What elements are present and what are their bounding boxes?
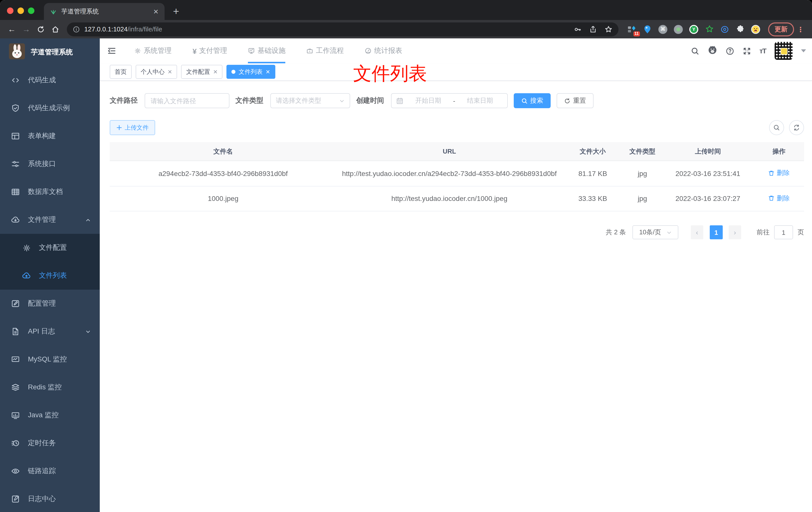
eye-extension-icon[interactable] (720, 25, 729, 34)
delete-button[interactable]: 删除 (768, 168, 790, 179)
minimize-window-button[interactable] (18, 7, 24, 14)
tag-file-list[interactable]: 文件列表 ✕ (227, 65, 275, 79)
create-time-label: 创建时间 (356, 96, 384, 105)
toggle-search-button[interactable] (769, 120, 784, 135)
tag-home[interactable]: 首页 (110, 65, 132, 79)
search-icon[interactable] (691, 47, 699, 55)
balloon-extension-icon[interactable] (643, 25, 652, 34)
sidebar-menu: 代码生成 代码生成示例 表单构建 系统接口 数据库文档 (0, 66, 100, 512)
nav-payment-management[interactable]: ¥ 支付管理 (182, 38, 238, 63)
date-start-placeholder[interactable]: 开始日期 (406, 96, 451, 105)
fullscreen-icon[interactable] (743, 47, 751, 55)
sidebar-item-mysql-monitor[interactable]: MySQL 监控 (0, 345, 100, 373)
table-row: a294ecb2-73dd-4353-bf40-296b8931d0bf htt… (110, 161, 804, 186)
tab-close-icon[interactable]: ✕ (153, 8, 158, 15)
url-host: 127.0.0.1:1024 (84, 25, 128, 33)
file-path-input[interactable] (145, 93, 229, 108)
emoji-avatar-icon[interactable] (751, 25, 760, 34)
nav-workflow[interactable]: 工作流程 (296, 38, 354, 63)
file-type-select[interactable]: 请选择文件类型 (270, 93, 350, 108)
sidebar-item-trace[interactable]: 链路追踪 (0, 457, 100, 485)
next-page-button[interactable]: › (729, 225, 741, 239)
help-icon[interactable] (725, 47, 734, 55)
sidebar-item-system-api[interactable]: 系统接口 (0, 150, 100, 178)
close-icon[interactable]: ✕ (266, 68, 270, 75)
star-extension-icon[interactable] (705, 25, 714, 34)
close-icon[interactable]: ✕ (213, 68, 218, 75)
address-bar[interactable]: 127.0.0.1:1024/infra/file/file (67, 22, 618, 36)
file-type-label: 文件类型 (235, 96, 263, 105)
y-extension-icon[interactable]: Y (689, 25, 698, 34)
sidebar-item-code-generation[interactable]: 代码生成 (0, 66, 100, 94)
sidebar-item-cron-task[interactable]: 定时任务 (0, 429, 100, 457)
sidebar-item-form-builder[interactable]: 表单构建 (0, 122, 100, 150)
caret-down-icon[interactable] (801, 49, 806, 52)
site-info-icon[interactable] (73, 26, 80, 33)
file-management-submenu: 文件配置 文件列表 (0, 234, 100, 290)
font-size-icon[interactable]: тT (759, 47, 766, 55)
dot-extension-icon[interactable] (674, 25, 683, 34)
sidebar-item-config-management[interactable]: 配置管理 (0, 290, 100, 318)
home-icon[interactable] (48, 23, 62, 36)
col-uploadtime: 上传时间 (662, 142, 754, 161)
maximize-window-button[interactable] (28, 7, 34, 14)
share-icon[interactable] (589, 25, 597, 33)
extensions-puzzle-icon[interactable] (736, 25, 745, 34)
browser-toolbar: ← → 127.0.0.1:1024/infra/file/file (0, 20, 812, 38)
tag-profile[interactable]: 个人中心 ✕ (136, 65, 177, 79)
bookmark-star-icon[interactable] (605, 25, 612, 33)
tag-file-config[interactable]: 文件配置 ✕ (181, 65, 223, 79)
date-end-placeholder[interactable]: 结束日期 (457, 96, 503, 105)
back-icon[interactable]: ← (5, 23, 19, 36)
close-icon[interactable]: ✕ (168, 68, 172, 75)
yen-icon: ¥ (193, 47, 197, 55)
plant-favicon-icon (50, 8, 57, 15)
command-extension-icon[interactable]: ⌘ (658, 25, 667, 34)
main-area: 系统管理 ¥ 支付管理 基础设施 工作流程 (100, 38, 812, 512)
nav-reports[interactable]: 统计报表 (354, 38, 413, 63)
app-title: 芋道管理系统 (31, 48, 73, 57)
close-window-button[interactable] (7, 7, 13, 14)
github-icon[interactable] (707, 45, 717, 57)
sidebar-item-file-list[interactable]: 文件列表 (0, 262, 100, 290)
current-page-button[interactable]: 1 (710, 225, 723, 239)
browser-update-button[interactable]: 更新 (768, 22, 794, 36)
sidebar-item-log-center[interactable]: 日志中心 (0, 485, 100, 512)
sidebar-item-file-management[interactable]: 文件管理 (0, 206, 100, 234)
qr-avatar[interactable] (775, 42, 792, 60)
password-manager-extension-icon[interactable]: 11 (628, 25, 636, 34)
nav-system-management[interactable]: 系统管理 (124, 38, 182, 63)
sliders-icon (11, 159, 20, 169)
col-filesize: 文件大小 (562, 142, 623, 161)
cell-uploadtime: 2022-03-16 23:07:27 (662, 186, 754, 211)
table-tools (769, 120, 804, 135)
page-size-select[interactable]: 10条/页 (633, 225, 678, 239)
pagination-total: 共 2 条 (606, 228, 626, 237)
browser-tab[interactable]: 芋道管理系统 ✕ (44, 3, 165, 20)
cell-filesize: 33.33 KB (562, 186, 623, 211)
nav-infrastructure[interactable]: 基础设施 (238, 38, 296, 63)
date-range-picker[interactable]: 开始日期 - 结束日期 (391, 93, 508, 108)
form-grid-icon (11, 131, 20, 141)
delete-button[interactable]: 删除 (768, 193, 790, 204)
sidebar-item-redis-monitor[interactable]: Redis 监控 (0, 373, 100, 401)
code-icon (11, 76, 20, 85)
sidebar-item-code-example[interactable]: 代码生成示例 (0, 94, 100, 122)
browser-menu-icon[interactable]: ⋮ (797, 25, 807, 33)
sidebar-collapse-icon[interactable] (100, 47, 124, 55)
new-tab-button[interactable]: + (169, 4, 183, 19)
reload-icon[interactable] (34, 23, 48, 36)
sidebar-item-api-log[interactable]: API 日志 (0, 318, 100, 345)
cell-filename: a294ecb2-73dd-4353-bf40-296b8931d0bf (110, 161, 337, 186)
refresh-table-button[interactable] (789, 120, 804, 135)
sidebar-item-db-doc[interactable]: 数据库文档 (0, 178, 100, 206)
prev-page-button[interactable]: ‹ (691, 225, 703, 239)
sidebar-item-file-config[interactable]: 文件配置 (0, 234, 100, 262)
sidebar-item-java-monitor[interactable]: Java 监控 (0, 401, 100, 429)
upload-file-button[interactable]: 上传文件 (110, 120, 155, 135)
reset-button[interactable]: 重置 (557, 93, 593, 108)
forward-icon[interactable]: → (20, 23, 33, 36)
search-button[interactable]: 搜索 (514, 93, 551, 108)
password-key-icon[interactable] (574, 25, 582, 33)
goto-page-input[interactable] (774, 225, 793, 239)
